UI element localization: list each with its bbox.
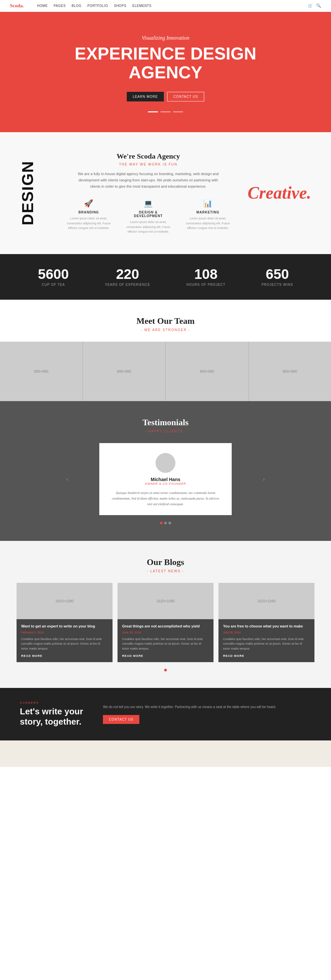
stat-number-2: 108 xyxy=(186,267,225,281)
blog-excerpt-1: Curabitur quis faucibus odio, her accums… xyxy=(21,637,108,651)
branding-icon: 🚀 xyxy=(66,199,112,208)
testimonials-title: Testimonials xyxy=(10,418,321,428)
logo[interactable]: Scoda. xyxy=(10,3,24,9)
team-grid: 800×980 800×980 800×980 800×980 xyxy=(0,342,331,401)
blog-title-2: Great things are not accomplished who yi… xyxy=(122,624,209,629)
stat-cup-of-tea: 5600 CUP OF TEA xyxy=(38,267,69,286)
stats-section: 5600 CUP OF TEA 220 YEARS OF EXPERIENCE … xyxy=(0,254,331,300)
testimonial-text: Quisque hendrerit turpis sit amet tortor… xyxy=(109,490,222,507)
stat-number-0: 5600 xyxy=(38,267,69,281)
testimonial-name: Michael Hans xyxy=(109,477,222,482)
hero-dot-2[interactable] xyxy=(160,111,171,112)
nav-links: HOME PAGES BLOG PORTFOLIO SHOPS ELEMENTS xyxy=(37,4,152,8)
blog-dots xyxy=(16,669,315,671)
nav-item-elements[interactable]: ELEMENTS xyxy=(133,4,152,8)
blog-thumb-2: 1620×1080 xyxy=(117,583,214,619)
search-icon[interactable]: 🔍 xyxy=(316,3,321,8)
blogs-section: Our Blogs - LATEST NEWS - 1620×1080 Want… xyxy=(0,541,331,688)
blog-card-2: 1620×1080 Great things are not accomplis… xyxy=(117,583,214,662)
stat-label-3: PROJECTS WINS xyxy=(262,283,293,286)
blog-title-1: Want to get an expert to write on your b… xyxy=(21,624,108,629)
design-dev-desc: Lorem ipsum dolor sit amet, consectetur … xyxy=(125,220,171,234)
footer-bottom xyxy=(0,740,331,767)
blogs-subtitle: - LATEST NEWS - xyxy=(16,569,315,573)
testimonial-dot-2[interactable] xyxy=(164,522,167,524)
nav-icons: 🛒 🔍 xyxy=(308,3,321,8)
hero-subtitle: Visualizing Innovation xyxy=(10,35,321,41)
stat-hours-project: 108 HOURS OF PROJECT xyxy=(186,267,225,286)
cart-icon[interactable]: 🛒 xyxy=(308,3,313,8)
blog-title-3: You are free to choose what you want to … xyxy=(223,624,310,629)
blog-content-1: Want to get an expert to write on your b… xyxy=(16,619,112,662)
testimonial-dot-3[interactable] xyxy=(168,522,171,524)
stat-label-1: YEARS OF EXPERIENCE xyxy=(105,283,150,286)
testimonials-subtitle: - HAPPY CLIENTS - xyxy=(10,430,321,433)
team-title: Meet Our Team xyxy=(0,316,331,326)
about-section: Design We're Scoda Agency THE WAY WE WOR… xyxy=(0,132,331,254)
team-card-2[interactable]: 800×980 xyxy=(83,342,166,401)
blog-card-3: 1620×1080 You are free to choose what yo… xyxy=(219,583,315,662)
contact-us-button[interactable]: CONTACT US xyxy=(167,92,204,102)
stat-label-2: HOURS OF PROJECT xyxy=(186,283,225,286)
blog-thumb-3: 1620×1080 xyxy=(219,583,315,619)
testimonial-prev-arrow[interactable]: ‹ xyxy=(66,476,68,482)
blog-dot-1[interactable] xyxy=(164,669,167,671)
blog-content-3: You are free to choose what you want to … xyxy=(219,619,315,662)
hero-dot-3[interactable] xyxy=(173,111,183,112)
about-description: We are a fully in-house digital agency f… xyxy=(75,171,221,189)
testimonials-section: Testimonials - HAPPY CLIENTS - ‹ Michael… xyxy=(0,401,331,541)
marketing-title: MARKETING xyxy=(185,210,231,214)
blog-read-more-1[interactable]: READ MORE xyxy=(21,654,108,657)
design-dev-icon: 💻 xyxy=(125,199,171,208)
about-content: We're Scoda Agency THE WAY WE WORK IS FU… xyxy=(49,152,248,234)
footer-description: We do not tell you our story. We write i… xyxy=(103,704,311,710)
stat-years-experience: 220 YEARS OF EXPERIENCE xyxy=(105,267,150,286)
stat-projects-wins: 650 PROJECTS WINS xyxy=(262,267,293,286)
team-card-4[interactable]: 800×980 xyxy=(249,342,331,401)
footer-left: CAREERS Let's write your story, together… xyxy=(20,701,83,727)
blog-date-2: June 30, 2014 xyxy=(122,631,209,634)
nav-item-shops[interactable]: SHOPS xyxy=(114,4,126,8)
footer-right: We do not tell you our story. We write i… xyxy=(103,704,311,724)
blogs-grid: 1620×1080 Want to get an expert to write… xyxy=(16,583,315,662)
testimonial-next-arrow[interactable]: › xyxy=(263,476,265,482)
testimonial-dots xyxy=(10,522,321,524)
service-design-dev: 💻 DESIGN & DEVELOPMENT Lorem ipsum dolor… xyxy=(125,199,171,234)
about-tagline: THE WAY WE WORK IS FUN xyxy=(56,162,241,166)
blog-read-more-3[interactable]: READ MORE xyxy=(223,654,310,657)
hero-section: Visualizing Innovation EXPERIENCE DESIGN… xyxy=(0,12,331,132)
about-title: We're Scoda Agency xyxy=(56,152,241,161)
blog-card-1: 1620×1080 Want to get an expert to write… xyxy=(16,583,112,662)
marketing-desc: Lorem ipsum dolor sit amet, consectetur … xyxy=(185,216,231,230)
team-section: Meet Our Team - WE ARE STRONGER - 800×98… xyxy=(0,300,331,401)
stat-number-3: 650 xyxy=(262,267,293,281)
hero-dot-1[interactable] xyxy=(148,111,158,112)
footer-careers-label: CAREERS xyxy=(20,701,83,705)
blog-read-more-2[interactable]: READ MORE xyxy=(122,654,209,657)
stat-number-1: 220 xyxy=(105,267,150,281)
hero-title: EXPERIENCE DESIGN AGENCY xyxy=(10,44,321,82)
team-subtitle: - WE ARE STRONGER - xyxy=(0,328,331,332)
service-marketing: 📊 MARKETING Lorem ipsum dolor sit amet, … xyxy=(185,199,231,234)
footer-cta-section: CAREERS Let's write your story, together… xyxy=(0,688,331,740)
testimonial-dot-1[interactable] xyxy=(160,522,163,524)
nav-item-pages[interactable]: PAGES xyxy=(54,4,66,8)
nav-item-portfolio[interactable]: PORTFOLIO xyxy=(87,4,108,8)
hero-buttons: LEARN MORE CONTACT US xyxy=(10,92,321,102)
services-row: 🚀 BRANDING Lorem ipsum dolor sit amet, c… xyxy=(56,199,241,234)
footer-contact-button[interactable]: CONTACT US xyxy=(103,715,139,724)
learn-more-button[interactable]: LEARN MORE xyxy=(127,92,164,102)
blogs-title: Our Blogs xyxy=(16,557,315,567)
navbar: Scoda. HOME PAGES BLOG PORTFOLIO SHOPS E… xyxy=(0,0,331,12)
blog-excerpt-3: Curabitur quis faucibus odio, her accums… xyxy=(223,637,310,651)
branding-desc: Lorem ipsum dolor sit amet, consectetur … xyxy=(66,216,112,230)
blog-date-1: February 5, 2014 xyxy=(21,631,108,634)
blog-content-2: Great things are not accomplished who yi… xyxy=(117,619,214,662)
nav-item-blog[interactable]: BLOG xyxy=(72,4,82,8)
team-card-3[interactable]: 800×980 xyxy=(166,342,249,401)
stat-label-0: CUP OF TEA xyxy=(38,283,69,286)
testimonial-role: OWNER & CO-FOUNDER xyxy=(109,482,222,485)
team-card-1[interactable]: 800×980 xyxy=(0,342,83,401)
nav-item-home[interactable]: HOME xyxy=(37,4,48,8)
marketing-icon: 📊 xyxy=(185,199,231,208)
